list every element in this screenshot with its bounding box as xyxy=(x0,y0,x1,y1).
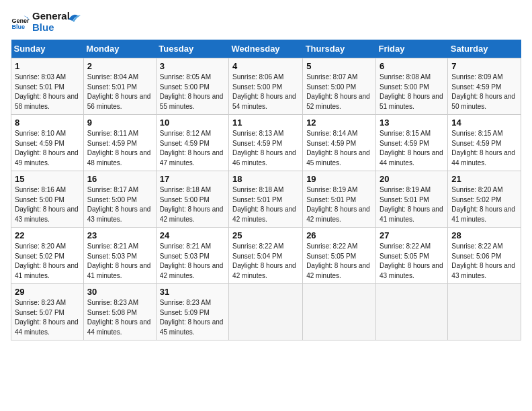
logo-text-blue: Blue xyxy=(32,22,70,34)
empty-cell xyxy=(375,284,447,340)
day-detail: Sunrise: 8:06 AMSunset: 5:00 PMDaylight:… xyxy=(232,73,296,110)
day-number: 7 xyxy=(451,61,517,71)
day-detail: Sunrise: 8:18 AMSunset: 5:01 PMDaylight:… xyxy=(232,186,296,223)
day-detail: Sunrise: 8:19 AMSunset: 5:01 PMDaylight:… xyxy=(306,186,370,223)
day-number: 4 xyxy=(232,61,299,71)
day-cell-14: 14 Sunrise: 8:15 AMSunset: 4:59 PMDaylig… xyxy=(448,115,521,171)
day-number: 3 xyxy=(160,61,225,71)
logo-text-general: General xyxy=(32,11,70,22)
day-cell-8: 8 Sunrise: 8:10 AMSunset: 4:59 PMDayligh… xyxy=(11,115,84,171)
col-header-sunday: Sunday xyxy=(11,40,84,58)
day-number: 17 xyxy=(160,174,225,184)
col-header-thursday: Thursday xyxy=(303,40,376,58)
day-number: 25 xyxy=(232,230,299,240)
day-number: 18 xyxy=(232,174,299,184)
day-number: 13 xyxy=(380,118,444,128)
day-number: 5 xyxy=(306,61,372,71)
day-detail: Sunrise: 8:17 AMSunset: 5:00 PMDaylight:… xyxy=(87,186,151,223)
svg-text:Blue: Blue xyxy=(11,23,25,30)
day-detail: Sunrise: 8:23 AMSunset: 5:09 PMDaylight:… xyxy=(160,299,224,336)
day-cell-25: 25 Sunrise: 8:22 AMSunset: 5:04 PMDaylig… xyxy=(229,228,303,284)
calendar-week-5: 29 Sunrise: 8:23 AMSunset: 5:07 PMDaylig… xyxy=(11,284,521,340)
header: General Blue General Blue xyxy=(11,11,521,33)
day-detail: Sunrise: 8:23 AMSunset: 5:07 PMDaylight:… xyxy=(15,299,79,336)
day-detail: Sunrise: 8:09 AMSunset: 4:59 PMDaylight:… xyxy=(451,73,515,110)
day-number: 20 xyxy=(380,174,444,184)
logo: General Blue General Blue xyxy=(11,11,81,33)
day-number: 2 xyxy=(87,61,152,71)
day-cell-3: 3 Sunrise: 8:05 AMSunset: 5:00 PMDayligh… xyxy=(156,58,228,115)
day-detail: Sunrise: 8:18 AMSunset: 5:00 PMDaylight:… xyxy=(160,186,224,223)
day-number: 24 xyxy=(160,230,225,240)
day-cell-20: 20 Sunrise: 8:19 AMSunset: 5:01 PMDaylig… xyxy=(375,171,447,228)
day-detail: Sunrise: 8:22 AMSunset: 5:05 PMDaylight:… xyxy=(306,242,370,279)
day-cell-30: 30 Sunrise: 8:23 AMSunset: 5:08 PMDaylig… xyxy=(83,284,156,340)
day-detail: Sunrise: 8:05 AMSunset: 5:00 PMDaylight:… xyxy=(160,73,224,110)
day-number: 11 xyxy=(232,118,299,128)
day-detail: Sunrise: 8:20 AMSunset: 5:02 PMDaylight:… xyxy=(15,242,79,279)
day-detail: Sunrise: 8:23 AMSunset: 5:08 PMDaylight:… xyxy=(87,299,151,336)
day-number: 23 xyxy=(87,230,152,240)
day-cell-28: 28 Sunrise: 8:22 AMSunset: 5:06 PMDaylig… xyxy=(448,228,521,284)
logo-bird-icon xyxy=(67,10,81,29)
day-cell-5: 5 Sunrise: 8:07 AMSunset: 5:00 PMDayligh… xyxy=(303,58,376,115)
day-number: 6 xyxy=(380,61,444,71)
day-detail: Sunrise: 8:04 AMSunset: 5:01 PMDaylight:… xyxy=(87,73,151,110)
day-number: 1 xyxy=(15,61,80,71)
calendar-table: SundayMondayTuesdayWednesdayThursdayFrid… xyxy=(11,40,521,340)
day-cell-24: 24 Sunrise: 8:21 AMSunset: 5:03 PMDaylig… xyxy=(156,228,228,284)
calendar-week-4: 22 Sunrise: 8:20 AMSunset: 5:02 PMDaylig… xyxy=(11,228,521,284)
day-number: 28 xyxy=(451,230,517,240)
calendar-week-2: 8 Sunrise: 8:10 AMSunset: 4:59 PMDayligh… xyxy=(11,115,521,171)
day-cell-7: 7 Sunrise: 8:09 AMSunset: 4:59 PMDayligh… xyxy=(448,58,521,115)
day-detail: Sunrise: 8:22 AMSunset: 5:06 PMDaylight:… xyxy=(451,242,515,279)
day-number: 29 xyxy=(15,287,80,297)
day-number: 31 xyxy=(160,287,225,297)
svg-marker-3 xyxy=(24,15,28,17)
day-cell-10: 10 Sunrise: 8:12 AMSunset: 4:59 PMDaylig… xyxy=(156,115,228,171)
day-cell-21: 21 Sunrise: 8:20 AMSunset: 5:02 PMDaylig… xyxy=(448,171,521,228)
day-number: 14 xyxy=(451,118,517,128)
day-cell-22: 22 Sunrise: 8:20 AMSunset: 5:02 PMDaylig… xyxy=(11,228,84,284)
day-number: 26 xyxy=(306,230,372,240)
col-header-monday: Monday xyxy=(83,40,156,58)
day-cell-23: 23 Sunrise: 8:21 AMSunset: 5:03 PMDaylig… xyxy=(83,228,156,284)
day-cell-9: 9 Sunrise: 8:11 AMSunset: 4:59 PMDayligh… xyxy=(83,115,156,171)
day-detail: Sunrise: 8:20 AMSunset: 5:02 PMDaylight:… xyxy=(451,186,515,223)
day-number: 27 xyxy=(380,230,444,240)
day-cell-29: 29 Sunrise: 8:23 AMSunset: 5:07 PMDaylig… xyxy=(11,284,84,340)
day-number: 30 xyxy=(87,287,152,297)
day-cell-12: 12 Sunrise: 8:14 AMSunset: 4:59 PMDaylig… xyxy=(303,115,376,171)
day-detail: Sunrise: 8:15 AMSunset: 4:59 PMDaylight:… xyxy=(380,130,443,167)
day-cell-31: 31 Sunrise: 8:23 AMSunset: 5:09 PMDaylig… xyxy=(156,284,228,340)
day-number: 16 xyxy=(87,174,152,184)
day-cell-19: 19 Sunrise: 8:19 AMSunset: 5:01 PMDaylig… xyxy=(303,171,376,228)
day-cell-27: 27 Sunrise: 8:22 AMSunset: 5:05 PMDaylig… xyxy=(375,228,447,284)
col-header-wednesday: Wednesday xyxy=(229,40,303,58)
day-detail: Sunrise: 8:21 AMSunset: 5:03 PMDaylight:… xyxy=(87,242,151,279)
empty-cell xyxy=(303,284,376,340)
calendar-week-1: 1 Sunrise: 8:03 AMSunset: 5:01 PMDayligh… xyxy=(11,58,521,115)
day-cell-15: 15 Sunrise: 8:16 AMSunset: 5:00 PMDaylig… xyxy=(11,171,84,228)
day-detail: Sunrise: 8:12 AMSunset: 4:59 PMDaylight:… xyxy=(160,130,224,167)
day-cell-11: 11 Sunrise: 8:13 AMSunset: 4:59 PMDaylig… xyxy=(229,115,303,171)
day-number: 10 xyxy=(160,118,225,128)
day-detail: Sunrise: 8:13 AMSunset: 4:59 PMDaylight:… xyxy=(232,130,296,167)
day-detail: Sunrise: 8:10 AMSunset: 4:59 PMDaylight:… xyxy=(15,130,79,167)
day-detail: Sunrise: 8:22 AMSunset: 5:05 PMDaylight:… xyxy=(380,242,443,279)
col-header-tuesday: Tuesday xyxy=(156,40,228,58)
day-detail: Sunrise: 8:11 AMSunset: 4:59 PMDaylight:… xyxy=(87,130,151,167)
day-detail: Sunrise: 8:19 AMSunset: 5:01 PMDaylight:… xyxy=(380,186,443,223)
day-number: 21 xyxy=(451,174,517,184)
day-number: 15 xyxy=(15,174,80,184)
day-detail: Sunrise: 8:14 AMSunset: 4:59 PMDaylight:… xyxy=(306,130,370,167)
day-number: 8 xyxy=(15,118,80,128)
day-cell-4: 4 Sunrise: 8:06 AMSunset: 5:00 PMDayligh… xyxy=(229,58,303,115)
col-header-saturday: Saturday xyxy=(448,40,521,58)
day-number: 19 xyxy=(306,174,372,184)
logo-icon: General Blue xyxy=(11,13,30,32)
day-number: 12 xyxy=(306,118,372,128)
day-cell-18: 18 Sunrise: 8:18 AMSunset: 5:01 PMDaylig… xyxy=(229,171,303,228)
col-header-friday: Friday xyxy=(375,40,447,58)
empty-cell xyxy=(229,284,303,340)
